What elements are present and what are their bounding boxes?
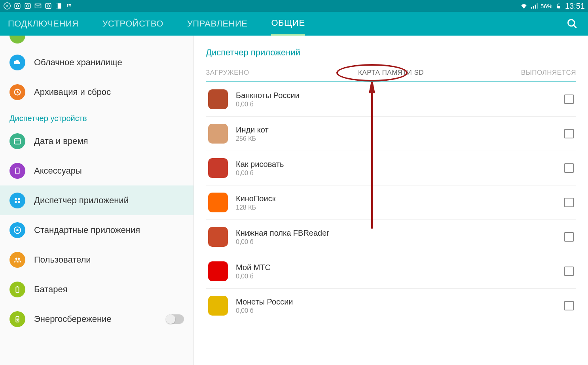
sidebar-item-defaultapps[interactable]: Стандартные приложения	[0, 215, 193, 245]
sidebar-item-backup[interactable]: Архивация и сброс	[0, 77, 193, 107]
app-row[interactable]: КиноПоиск128 КБ	[206, 185, 576, 220]
sidebar-item-accessories[interactable]: Аксессуары	[0, 156, 193, 185]
app-info: Монеты России0,00 б	[236, 297, 293, 314]
app-icon	[208, 124, 228, 144]
app-size: 256 КБ	[236, 135, 269, 142]
status-right: 56% 13:51	[520, 2, 585, 11]
app-row[interactable]: Книжная полка FBReader0,00 б	[206, 220, 576, 254]
sidebar-item-partial[interactable]	[0, 36, 193, 47]
sidebar-label: Пользователи	[34, 255, 91, 265]
svg-point-7	[47, 5, 49, 7]
app-size: 0,00 б	[236, 307, 293, 314]
apps-icon	[9, 193, 25, 208]
search-icon	[567, 18, 578, 29]
battery-pct: 56%	[541, 3, 552, 9]
app-row[interactable]: Монеты России0,00 б	[206, 289, 576, 323]
backup-icon	[9, 84, 25, 100]
app-row[interactable]: Как рисовать0,00 б	[206, 151, 576, 185]
search-button[interactable]	[564, 16, 580, 32]
app-name: Как рисовать	[236, 160, 284, 169]
svg-rect-2	[15, 3, 20, 9]
sidebar-item-users[interactable]: Пользователи	[0, 245, 193, 274]
sidebar-item-powersave[interactable]: Энергосбережение	[0, 304, 193, 334]
sidebar-label: Диспетчер приложений	[34, 195, 129, 206]
app-checkbox[interactable]	[564, 95, 574, 104]
status-left-icons	[3, 2, 73, 10]
svg-rect-21	[15, 198, 17, 200]
sidebar-label: Аксессуары	[34, 166, 82, 176]
app-manager-panel: Диспетчер приложений ЗАГРУЖЕНО КАРТА ПАМ…	[194, 36, 588, 365]
battery-icon	[555, 2, 563, 10]
clock: 13:51	[565, 2, 585, 11]
tab-connections[interactable]: ПОДКЛЮЧЕНИЯ	[8, 12, 79, 36]
subtab-downloaded[interactable]: ЗАГРУЖЕНО	[206, 65, 329, 81]
sidebar-item-appmanager[interactable]: Диспетчер приложений	[0, 185, 193, 215]
app-icon	[208, 193, 228, 212]
sidebar-label: Облачное хранилище	[34, 57, 122, 68]
svg-point-15	[568, 20, 575, 26]
instagram-icon	[24, 2, 32, 10]
app-name: Банкноты России	[236, 91, 300, 100]
app-size: 0,00 б	[236, 238, 329, 246]
settings-tab-bar: ПОДКЛЮЧЕНИЯ УСТРОЙСТВО УПРАВЛЕНИЕ ОБЩИЕ	[0, 12, 588, 36]
accessories-icon	[9, 163, 25, 179]
app-checkbox[interactable]	[564, 163, 574, 173]
app-checkbox[interactable]	[564, 301, 574, 310]
settings-sidebar[interactable]: Облачное хранилище Архивация и сброс Дис…	[0, 36, 194, 365]
sidebar-item-battery[interactable]: Батарея	[0, 274, 193, 304]
app-name: Мой МТС	[236, 263, 271, 272]
app-name: Инди кот	[236, 125, 269, 134]
sidebar-item-cloud[interactable]: Облачное хранилище	[0, 47, 193, 77]
svg-marker-1	[7, 5, 9, 7]
svg-point-11	[69, 4, 71, 6]
signal-icon	[530, 2, 538, 10]
svg-point-10	[67, 4, 69, 6]
sidebar-label: Стандартные приложения	[34, 225, 140, 235]
svg-point-27	[15, 257, 18, 260]
app-checkbox[interactable]	[564, 129, 574, 138]
svg-rect-6	[46, 3, 51, 9]
app-icon	[208, 89, 228, 109]
app-info: Книжная полка FBReader0,00 б	[236, 229, 329, 246]
instagram-icon	[44, 2, 52, 10]
svg-rect-9	[56, 3, 58, 9]
app-info: Мой МТС0,00 б	[236, 263, 271, 280]
cloud-icon	[9, 55, 25, 70]
powersave-toggle[interactable]	[166, 314, 184, 324]
app-size: 0,00 б	[236, 273, 271, 280]
sidebar-item-datetime[interactable]: Дата и время	[0, 126, 193, 156]
svg-rect-22	[18, 198, 20, 200]
svg-rect-29	[16, 287, 19, 292]
app-checkbox[interactable]	[564, 267, 574, 276]
svg-point-26	[16, 229, 19, 231]
subtab-running[interactable]: ВЫПОЛНЯЕТСЯ	[453, 65, 576, 81]
sidebar-label: Энергосбережение	[34, 314, 112, 324]
svg-rect-18	[15, 138, 21, 144]
app-row[interactable]: Мой МТС0,00 б	[206, 254, 576, 289]
app-info: КиноПоиск128 КБ	[236, 194, 275, 211]
battery-icon	[9, 282, 25, 297]
tab-device[interactable]: УСТРОЙСТВО	[102, 12, 163, 36]
sidebar-section-header: Диспетчер устройств	[0, 107, 193, 126]
svg-rect-20	[15, 168, 19, 174]
svg-rect-24	[18, 201, 20, 203]
app-row[interactable]: Инди кот256 КБ	[206, 117, 576, 151]
svg-rect-30	[17, 286, 18, 287]
svg-rect-23	[15, 201, 17, 203]
tab-general[interactable]: ОБЩИЕ	[271, 12, 305, 36]
subtab-sdcard[interactable]: КАРТА ПАМЯТИ SD	[329, 65, 453, 81]
calendar-icon	[9, 133, 25, 149]
app-row[interactable]: Банкноты России0,00 б	[206, 82, 576, 117]
app-name: Книжная полка FBReader	[236, 229, 329, 238]
svg-line-16	[574, 25, 577, 28]
tab-controls[interactable]: УПРАВЛЕНИЕ	[187, 12, 248, 36]
mail-icon	[34, 2, 42, 10]
notification-icon	[65, 2, 73, 10]
app-icon	[208, 261, 228, 281]
sidebar-label: Дата и время	[34, 136, 88, 146]
panel-title: Диспетчер приложений	[206, 36, 576, 65]
app-checkbox[interactable]	[564, 232, 574, 242]
app-checkbox[interactable]	[564, 198, 574, 207]
instagram-icon	[13, 2, 21, 10]
app-list[interactable]: Банкноты России0,00 бИнди кот256 КБКак р…	[206, 82, 576, 323]
